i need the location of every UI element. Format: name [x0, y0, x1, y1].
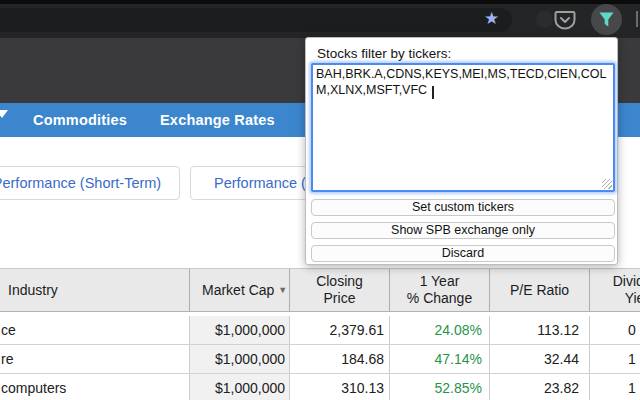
cell-dividend-yield: 1 [590, 374, 640, 400]
extension-icon-dimmed[interactable] [536, 11, 553, 28]
cell-dividend-yield: 1 [590, 345, 640, 373]
textarea-resize-handle[interactable] [602, 179, 612, 189]
performance-short-term-button[interactable]: Performance (Short-Term) [0, 166, 180, 200]
discard-button[interactable]: Discard [311, 245, 615, 262]
filter-funnel-icon [598, 11, 615, 28]
nav-item-exchange-rates[interactable]: Exchange Rates [160, 103, 275, 137]
nav-item-commodities[interactable]: Commodities [33, 103, 127, 137]
address-bar[interactable] [0, 8, 512, 32]
cell-pe-ratio: 113.12 [490, 316, 590, 344]
stocks-filter-extension-button[interactable] [591, 4, 622, 35]
cell-dividend-yield: 0 [590, 316, 640, 344]
cell-closing-price: 310.13 [290, 374, 390, 400]
nav-item-fragment[interactable] [0, 110, 8, 118]
cell-industry: re [0, 345, 190, 373]
table-row[interactable]: re $1,000,000 184.68 47.14% 32.44 1 [0, 345, 640, 374]
column-header-dividend-yield[interactable]: Dividend Yield [590, 269, 640, 311]
pocket-icon[interactable] [554, 10, 576, 30]
table-header-row: Industry Market Cap ▼ Closing Price 1 Ye… [0, 268, 640, 312]
market-cap-label: Market Cap [202, 282, 274, 299]
column-header-1y-change[interactable]: 1 Year % Change [390, 269, 490, 311]
window-top-edge [0, 0, 640, 4]
text-caret [432, 86, 434, 99]
cell-1y-change: 47.14% [390, 345, 490, 373]
cell-industry: computers [0, 374, 190, 400]
cell-closing-price: 2,379.61 [290, 316, 390, 344]
column-header-closing-price[interactable]: Closing Price [290, 269, 390, 311]
set-custom-tickers-button[interactable]: Set custom tickers [311, 199, 615, 216]
stocks-table: Industry Market Cap ▼ Closing Price 1 Ye… [0, 268, 640, 312]
cell-1y-change: 24.08% [390, 316, 490, 344]
browser-toolbar: ★ [0, 0, 640, 38]
performance-short-term-label: Performance (Short-Term) [0, 175, 161, 191]
cell-pe-ratio: 32.44 [490, 345, 590, 373]
screen: ★ Commodities Exchange Rates Performance… [0, 0, 640, 400]
table-body: ce $1,000,000 2,379.61 24.08% 113.12 0 r… [0, 316, 640, 400]
cell-closing-price: 184.68 [290, 345, 390, 373]
cell-market-cap: $1,000,000 [190, 374, 290, 400]
performance-long-term-label: Performance (L [214, 175, 314, 191]
show-spb-exchange-button[interactable]: Show SPB exchange only [311, 222, 615, 239]
cell-industry: ce [0, 316, 190, 344]
cell-market-cap: $1,000,000 [190, 316, 290, 344]
cell-market-cap: $1,000,000 [190, 345, 290, 373]
column-header-market-cap[interactable]: Market Cap ▼ [190, 269, 290, 311]
stocks-filter-popup: Stocks filter by tickers: BAH,BRK.A,CDNS… [305, 37, 618, 265]
cell-1y-change: 52.85% [390, 374, 490, 400]
sort-desc-icon[interactable]: ▼ [278, 282, 287, 299]
table-row[interactable]: computers $1,000,000 310.13 52.85% 23.82… [0, 374, 640, 400]
table-row[interactable]: ce $1,000,000 2,379.61 24.08% 113.12 0 [0, 316, 640, 345]
cell-pe-ratio: 23.82 [490, 374, 590, 400]
column-header-industry[interactable]: Industry [0, 269, 190, 311]
tickers-textarea[interactable]: BAH,BRK.A,CDNS,KEYS,MEI,MS,TECD,CIEN,COL… [311, 63, 615, 192]
toolbar-separator [636, 11, 638, 27]
bookmark-star-icon[interactable]: ★ [484, 7, 499, 31]
column-header-pe-ratio[interactable]: P/E Ratio [490, 269, 590, 311]
popup-title: Stocks filter by tickers: [317, 46, 451, 61]
